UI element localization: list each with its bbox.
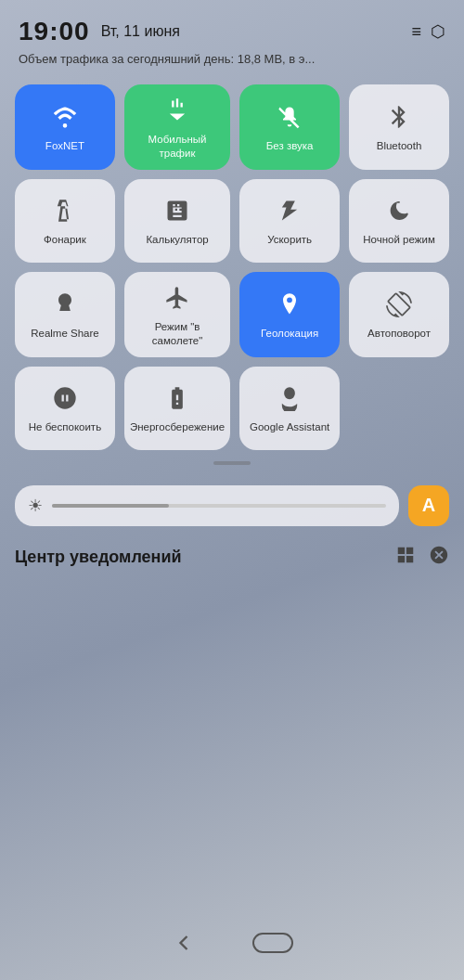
layout-icon[interactable] xyxy=(395,545,416,570)
tile-bluetooth[interactable]: Bluetooth xyxy=(349,84,449,170)
tile-flashlight-label: Фонарик xyxy=(44,233,86,247)
notification-icons xyxy=(395,545,449,570)
brightness-slider[interactable]: ☀ xyxy=(15,485,399,526)
tile-calculator[interactable]: Калькулятор xyxy=(124,179,230,263)
brightness-icon: ☀ xyxy=(28,496,43,516)
traffic-info: Объем трафика за сегодняшний день: 18,8 … xyxy=(0,50,464,77)
tile-silent-label: Без звука xyxy=(266,139,314,153)
tile-wifi[interactable]: FoxNET xyxy=(15,84,115,170)
donotdisturb-icon xyxy=(52,385,78,415)
quick-tiles-grid: FoxNET Мобильный трафик Без звука Blueto… xyxy=(0,77,464,458)
tile-battery[interactable]: Энергосбережение xyxy=(124,367,230,450)
tile-location-label: Геолокация xyxy=(261,327,318,341)
auto-brightness-button[interactable]: A xyxy=(408,485,449,526)
wifi-icon xyxy=(52,104,78,134)
brightness-row: ☀ A xyxy=(0,471,464,535)
tile-location[interactable]: Геолокация xyxy=(239,272,340,357)
scroll-indicator xyxy=(0,458,464,471)
bluetooth-icon xyxy=(386,104,412,134)
tile-calculator-label: Калькулятор xyxy=(146,233,208,247)
notification-center-label: Центр уведомлений xyxy=(15,548,182,567)
tile-flashlight[interactable]: Фонарик xyxy=(15,179,115,263)
autorotate-icon xyxy=(386,291,412,321)
tile-boost-label: Ускорить xyxy=(267,233,312,247)
assistant-icon xyxy=(277,385,303,415)
battery-icon xyxy=(164,385,190,415)
tile-autorotate[interactable]: Автоповорот xyxy=(349,272,449,357)
home-button[interactable] xyxy=(252,933,293,953)
boost-icon xyxy=(277,198,303,227)
tile-donotdisturb[interactable]: Не беспокоить xyxy=(15,367,115,450)
tile-assistant-label: Google Assistant xyxy=(250,420,329,434)
nightmode-icon xyxy=(386,198,412,227)
tile-realmeshare[interactable]: Realme Share xyxy=(15,272,115,357)
tile-realmeshare-label: Realme Share xyxy=(31,327,99,341)
scroll-dot xyxy=(213,461,251,465)
realmeshare-icon xyxy=(52,291,78,321)
brightness-fill xyxy=(52,504,169,508)
silent-icon xyxy=(277,104,303,134)
mobile-icon xyxy=(164,97,190,127)
close-notifications-icon[interactable] xyxy=(429,545,449,570)
tile-boost[interactable]: Ускорить xyxy=(239,179,340,263)
tile-airplane-label: Режим "в самолете" xyxy=(130,320,225,348)
flashlight-icon xyxy=(52,198,78,227)
status-bar: 19:00 Вт, 11 июня ≡ ⬡ xyxy=(0,0,464,50)
tile-autorotate-label: Автоповорот xyxy=(367,327,431,341)
tile-donotdisturb-label: Не беспокоить xyxy=(29,420,101,434)
back-button[interactable] xyxy=(171,930,197,956)
tile-nightmode-label: Ночной режим xyxy=(363,233,435,247)
notification-center-bar: Центр уведомлений xyxy=(0,535,464,579)
tile-wifi-label: FoxNET xyxy=(45,139,84,153)
clock: 19:00 xyxy=(19,17,90,46)
tile-assistant[interactable]: Google Assistant xyxy=(239,367,340,450)
airplane-icon xyxy=(164,285,190,315)
home-indicator xyxy=(252,933,293,953)
brightness-bar[interactable] xyxy=(52,504,386,508)
calculator-icon xyxy=(164,198,190,227)
location-icon xyxy=(277,291,303,321)
tile-airplane[interactable]: Режим "в самолете" xyxy=(124,272,230,357)
list-icon: ≡ xyxy=(411,22,421,42)
tile-mobile-label: Мобильный трафик xyxy=(130,133,225,161)
tile-mobile[interactable]: Мобильный трафик xyxy=(124,84,230,170)
status-icons: ≡ ⬡ xyxy=(411,21,445,42)
settings-icon: ⬡ xyxy=(431,21,445,42)
tile-silent[interactable]: Без звука xyxy=(239,84,340,170)
tile-nightmode[interactable]: Ночной режим xyxy=(349,179,449,263)
bottom-nav xyxy=(0,906,464,980)
tile-bluetooth-label: Bluetooth xyxy=(377,139,422,153)
tile-battery-label: Энергосбережение xyxy=(130,420,225,434)
date: Вт, 11 июня xyxy=(101,23,180,40)
